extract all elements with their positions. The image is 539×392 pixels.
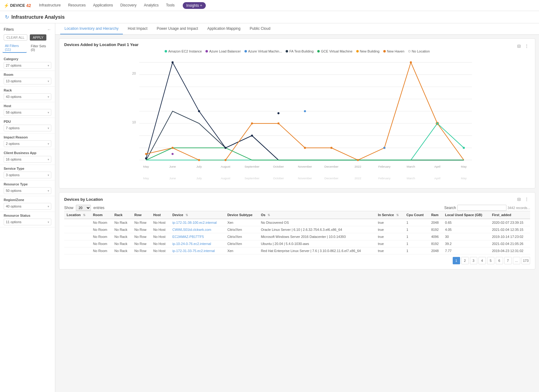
filter-dropdown-host[interactable]: 58 options ▾ <box>4 109 51 116</box>
filter-options-count: 40 options <box>6 204 21 208</box>
apply-button[interactable]: APPLY <box>30 34 47 41</box>
svg-text:August: August <box>221 177 230 180</box>
svg-text:June: June <box>169 177 176 180</box>
filter-group-region-zone: Region/Zone 40 options ▾ <box>0 196 55 212</box>
filters-label: Filters <box>4 27 14 32</box>
insights-button[interactable]: Insights + <box>183 2 206 9</box>
nav-applications[interactable]: Applications <box>90 1 116 10</box>
device-link[interactable]: ip-172-31-38-100.ec2.internal <box>172 221 217 224</box>
filter-label: Room <box>4 73 51 76</box>
filter-dropdown-rack[interactable]: 43 options ▾ <box>4 93 51 100</box>
page-button-173[interactable]: 173 <box>521 257 530 264</box>
cell-row: No Row <box>132 240 151 247</box>
legend-dot-icon <box>356 50 359 52</box>
chevron-down-icon: ▾ <box>48 158 49 161</box>
col-os[interactable]: Os ⇅ <box>258 211 375 219</box>
table-head: Location ⇅ Room Rack Row Host Device ⇅ D… <box>64 211 530 219</box>
col-device[interactable]: Device ⇅ <box>170 211 225 219</box>
tab-host-impact[interactable]: Host Impact <box>123 23 152 34</box>
filter-group-rack: Rack 43 options ▾ <box>0 87 55 102</box>
col-rack[interactable]: Rack <box>112 211 132 219</box>
page-button-2[interactable]: 2 <box>461 257 469 264</box>
nav-analytics[interactable]: Analytics <box>141 1 162 10</box>
svg-point-51 <box>357 159 359 161</box>
legend-label: GCE Virtual Machine <box>321 49 353 53</box>
col-in-service[interactable]: In Service ⇅ <box>376 211 404 219</box>
chart-more-icon[interactable]: ⋮ <box>523 43 530 49</box>
col-cpu-count[interactable]: Cpu Count <box>404 211 429 219</box>
filter-dropdown-resource-type[interactable]: 50 options ▾ <box>4 187 51 194</box>
chart-svg: 10 20 May June July August September Oct… <box>64 56 530 184</box>
col-location[interactable]: Location ⇅ <box>64 211 91 219</box>
cell-room: No Room <box>91 226 112 233</box>
tab-application-mapping[interactable]: Application Mapping <box>203 23 245 34</box>
device-link[interactable]: ip-10-24-0-76.ec2.internal <box>172 242 211 246</box>
filter-dropdown-region-zone[interactable]: 40 options ▾ <box>4 203 51 210</box>
filter-dropdown-room[interactable]: 13 options ▾ <box>4 78 51 84</box>
col-device-subtype[interactable]: Device Subtype <box>225 211 258 219</box>
cell-device-subtype: Citrix/Xen <box>225 226 258 233</box>
col-host[interactable]: Host <box>151 211 170 219</box>
clear-all-button[interactable]: CLEAR ALL <box>4 34 27 41</box>
device-link[interactable]: EC2AMAZ-PB1TTF5 <box>172 235 204 239</box>
filter-dropdown-service-type[interactable]: 3 options ▾ <box>4 172 51 178</box>
all-filters-tab[interactable]: All Filters (11) <box>2 43 27 53</box>
page-button-1[interactable]: 1 <box>453 257 460 264</box>
tab-public-cloud[interactable]: Public Cloud <box>245 23 275 34</box>
legend-label: Amazon EC2 Instance <box>168 49 202 53</box>
legend-item-azure-virtual-machin---: Azure Virtual Machin... <box>244 49 282 53</box>
chart-section: Devices Added by Location Past 1 Year ⊟ … <box>59 38 535 188</box>
cell-local-used-space: 0.65 <box>443 219 490 226</box>
nav-infrastructure[interactable]: Infrastructure <box>36 1 64 10</box>
nav-resources[interactable]: Resources <box>65 1 89 10</box>
cell-device: ip-10-24-0-76.ec2.internal <box>170 240 225 247</box>
filter-actions: CLEAR ALL APPLY <box>0 34 55 43</box>
table-filter-icon[interactable]: ⊟ <box>516 196 522 202</box>
table-header-row-el: Location ⇅ Room Rack Row Host Device ⇅ D… <box>64 211 530 219</box>
search-input[interactable] <box>457 205 506 211</box>
page-button-7[interactable]: 7 <box>504 257 512 264</box>
filter-sets-tab[interactable]: Filter Sets (0) <box>28 43 53 53</box>
page-button-3[interactable]: 3 <box>470 257 477 264</box>
filter-group-resource-type: Resource Type 50 options ▾ <box>0 180 55 196</box>
cell-in-service: true <box>376 233 404 240</box>
table-more-icon[interactable]: ⋮ <box>523 196 530 202</box>
filter-dropdown-client-business-app[interactable]: 16 options ▾ <box>4 156 51 163</box>
col-local-used-space[interactable]: Local Used Space (GB) <box>443 211 490 219</box>
page-button-5[interactable]: 5 <box>487 257 494 264</box>
svg-point-49 <box>304 147 306 149</box>
chevron-down-icon: ▾ <box>48 142 49 146</box>
filter-label: Service Type <box>4 167 51 170</box>
filter-dropdown-pdu[interactable]: 7 options ▾ <box>4 125 51 131</box>
col-room[interactable]: Room <box>91 211 112 219</box>
filter-dropdown-resource-status[interactable]: 11 options ▾ <box>4 219 51 225</box>
chevron-down-icon: ▾ <box>48 220 49 224</box>
main-layout: Filters ← CLEAR ALL APPLY All Filters (1… <box>0 23 539 392</box>
cell-row: No Row <box>132 247 151 254</box>
tab-power-usage[interactable]: Power Usage and Impact <box>152 23 202 34</box>
cell-ram: 8192 <box>429 226 443 233</box>
chart-filter-icon[interactable]: ⊟ <box>516 43 522 49</box>
svg-text:July: July <box>196 177 202 180</box>
col-row[interactable]: Row <box>132 211 151 219</box>
filter-dropdown-impact-reason[interactable]: 2 options ▾ <box>4 140 51 147</box>
page-button-6[interactable]: 6 <box>496 257 503 264</box>
filter-dropdown-category[interactable]: 27 options ▾ <box>4 62 51 69</box>
cell-room: No Room <box>91 240 112 247</box>
nav-tools[interactable]: Tools <box>163 1 178 10</box>
table-row: No Room No Rack No Row No Host ip-10-24-… <box>64 240 530 247</box>
cell-location <box>64 233 91 240</box>
nav-discovery[interactable]: Discovery <box>117 1 140 10</box>
device-link[interactable]: CWWLS01td.clckwrk.com <box>172 228 211 231</box>
col-ram[interactable]: Ram <box>429 211 443 219</box>
page-button-4[interactable]: 4 <box>478 257 486 264</box>
tab-location-inventory[interactable]: Location Inventory and Hierarchy <box>60 23 123 34</box>
sidebar-collapse-icon[interactable]: ← <box>47 27 51 32</box>
col-first-added[interactable]: First_added <box>490 211 530 219</box>
filter-group-pdu: PDU 7 options ▾ <box>0 118 55 134</box>
svg-text:February: February <box>378 177 391 180</box>
device-link[interactable]: ip-172-31-33-75.ec2.internal <box>172 249 215 253</box>
table-row: No Room No Rack No Row No Host ip-172-31… <box>64 219 530 226</box>
refresh-icon[interactable]: ↻ <box>5 14 9 20</box>
show-select[interactable]: 20 50 100 <box>76 205 91 211</box>
